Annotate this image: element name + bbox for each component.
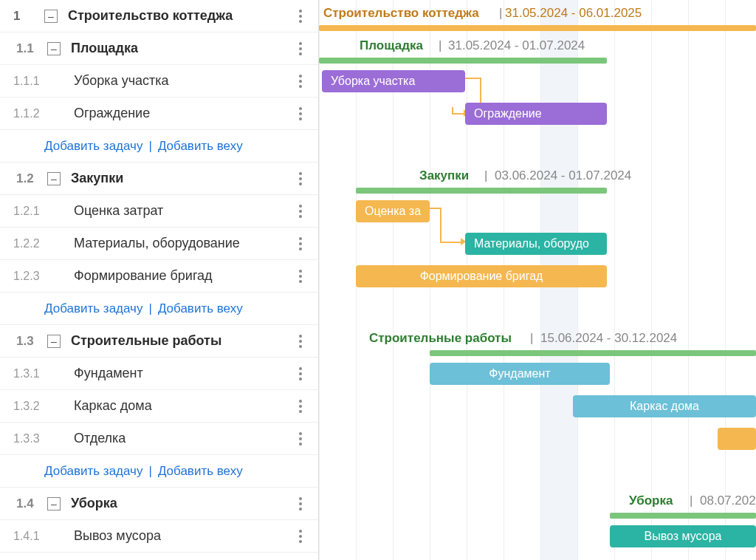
more-icon[interactable]: [293, 6, 308, 27]
group-label: Строительство коттеджа: [323, 6, 479, 21]
collapse-toggle[interactable]: –: [44, 10, 58, 23]
group-bar[interactable]: [319, 25, 756, 31]
group-label: Уборка: [629, 494, 673, 508]
wbs-number: 1.1.2: [0, 107, 44, 120]
task-bar[interactable]: Уборка участка: [322, 70, 465, 92]
gantt-row-group: Строительные работы | 15.06.2024 - 30.12…: [319, 325, 756, 358]
tree-row-task[interactable]: 1.2.2 Материалы, оборудование: [0, 228, 318, 260]
more-icon[interactable]: [293, 233, 308, 254]
wbs-number: 1.2: [3, 171, 47, 186]
tree-row-task[interactable]: 1.2.3 Формирование бригад: [0, 260, 318, 293]
group-dates: 03.06.2024 - 01.07.2024: [495, 168, 631, 183]
tree-row-group[interactable]: 1.2 – Закупки: [0, 163, 318, 195]
task-name: Строительные работы: [71, 333, 286, 349]
pipe-icon: |: [499, 6, 502, 21]
add-task-link[interactable]: Добавить задачу: [44, 464, 142, 479]
collapse-toggle[interactable]: –: [47, 172, 61, 185]
group-bar[interactable]: [430, 350, 756, 356]
group-dates: 31.05.2024 - 06.01.2025: [505, 6, 642, 21]
task-bar[interactable]: Каркас дома: [573, 395, 756, 417]
pipe-icon: |: [484, 168, 487, 183]
add-row: Добавить задачу | Добавить веху: [0, 293, 318, 325]
gantt-row-spacer: [319, 293, 756, 325]
group-label: Строительные работы: [369, 331, 512, 346]
pipe-icon: |: [530, 331, 533, 346]
wbs-number: 1.2.3: [0, 270, 44, 283]
task-name: Ограждение: [44, 106, 286, 121]
group-dates: 08.07.202: [700, 494, 756, 508]
tree-row-task[interactable]: 1.1.1 Уборка участка: [0, 65, 318, 98]
gantt-row-task: Уборка участка: [319, 65, 756, 98]
collapse-toggle[interactable]: –: [47, 42, 61, 55]
dependency-link: [465, 78, 481, 79]
more-icon[interactable]: [293, 494, 308, 514]
tree-row-task[interactable]: 1.1.2 Ограждение: [0, 98, 318, 130]
tree-row-task[interactable]: 1.2.1 Оценка затрат: [0, 195, 318, 228]
task-bar[interactable]: Вывоз мусора: [610, 525, 756, 547]
add-milestone-link[interactable]: Добавить веху: [158, 301, 243, 316]
more-icon[interactable]: [293, 428, 308, 449]
wbs-number: 1: [0, 9, 44, 24]
wbs-number: 1.2.1: [0, 205, 44, 218]
tree-row-task[interactable]: 1.3.3 Отделка: [0, 423, 318, 455]
task-name: Формирование бригад: [44, 268, 286, 284]
task-bar[interactable]: Ограждение: [465, 103, 607, 125]
more-icon[interactable]: [293, 266, 308, 287]
gantt-row-group: Закупки | 03.06.2024 - 01.07.2024: [319, 163, 756, 195]
task-name: Фундамент: [44, 366, 286, 381]
tree-row-group[interactable]: 1.4 – Уборка: [0, 488, 318, 520]
task-name: Вывоз мусора: [44, 528, 286, 544]
task-tree-panel: 1 – Строительство коттеджа 1.1 – Площадк…: [0, 0, 319, 560]
add-milestone-link[interactable]: Добавить веху: [158, 464, 243, 479]
task-bar[interactable]: [718, 428, 756, 450]
more-icon[interactable]: [293, 201, 308, 222]
wbs-number: 1.4.1: [0, 530, 44, 543]
more-icon[interactable]: [293, 103, 308, 124]
gantt-row-spacer: [319, 130, 756, 163]
task-name: Уборка: [71, 496, 286, 511]
add-task-link[interactable]: Добавить задачу: [44, 139, 142, 154]
pipe-icon: |: [690, 494, 693, 508]
gantt-row-task: Формирование бригад: [319, 260, 756, 293]
more-icon[interactable]: [293, 526, 308, 547]
pipe-icon: |: [439, 38, 441, 53]
tree-row-project[interactable]: 1 – Строительство коттеджа: [0, 0, 318, 33]
group-bar[interactable]: [610, 513, 756, 519]
group-label: Закупки: [419, 168, 469, 183]
collapse-toggle[interactable]: –: [47, 497, 61, 511]
more-icon[interactable]: [293, 71, 308, 92]
gantt-row-task: Материалы, оборудо: [319, 228, 756, 260]
more-icon[interactable]: [293, 396, 308, 417]
task-bar[interactable]: Материалы, оборудо: [465, 233, 607, 255]
task-bar[interactable]: Формирование бригад: [356, 265, 607, 287]
wbs-number: 1.1.1: [0, 75, 44, 88]
tree-row-task[interactable]: 1.3.1 Фундамент: [0, 358, 318, 390]
separator: |: [148, 464, 151, 479]
wbs-number: 1.2.2: [0, 237, 44, 250]
more-icon[interactable]: [293, 331, 308, 352]
tree-row-task[interactable]: 1.4.1 Вывоз мусора: [0, 520, 318, 553]
more-icon[interactable]: [293, 38, 308, 59]
add-row: Добавить задачу | Добавить веху: [0, 130, 318, 163]
add-task-link[interactable]: Добавить задачу: [44, 301, 142, 316]
collapse-toggle[interactable]: –: [47, 335, 61, 348]
gantt-row-task: Фундамент: [319, 358, 756, 390]
tree-row-group[interactable]: 1.1 – Площадка: [0, 33, 318, 65]
wbs-number: 1.3.3: [0, 432, 44, 445]
group-bar[interactable]: [319, 58, 607, 64]
task-bar[interactable]: Оценка за: [356, 200, 430, 222]
task-bar[interactable]: Фундамент: [430, 363, 610, 385]
wbs-number: 1.3.2: [0, 400, 44, 413]
add-milestone-link[interactable]: Добавить веху: [158, 139, 243, 154]
gantt-row-task: Вывоз мусора: [319, 520, 756, 553]
group-label: Площадка: [360, 38, 423, 53]
tree-row-group[interactable]: 1.3 – Строительные работы: [0, 325, 318, 358]
tree-row-task[interactable]: 1.3.2 Каркас дома: [0, 390, 318, 423]
gantt-row-group: Уборка | 08.07.202: [319, 488, 756, 520]
group-bar[interactable]: [356, 188, 607, 194]
separator: |: [148, 139, 151, 154]
more-icon[interactable]: [293, 168, 308, 189]
gantt-panel[interactable]: Строительство коттеджа | 31.05.2024 - 06…: [319, 0, 756, 560]
task-name: Закупки: [71, 171, 286, 186]
more-icon[interactable]: [293, 363, 308, 384]
